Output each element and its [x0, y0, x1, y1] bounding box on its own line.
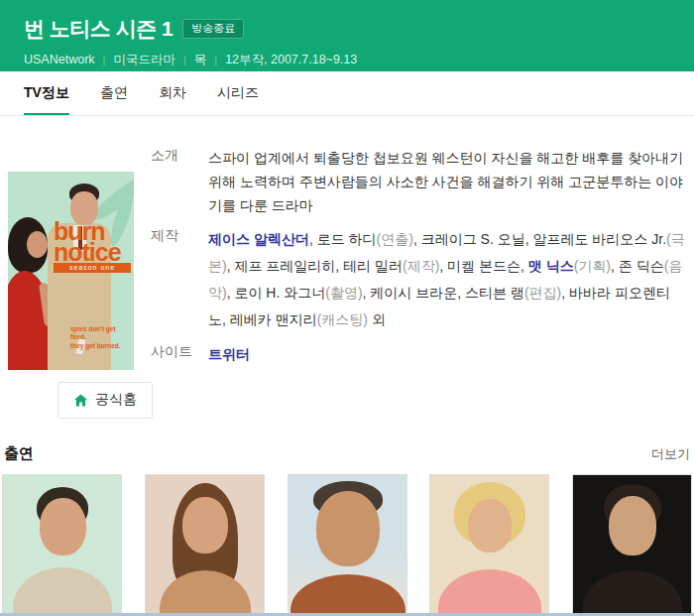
production-text-segment: , 케이시 브라운, 스티븐 랭 [363, 285, 524, 301]
poster-season-label: season one [54, 263, 131, 273]
production-text-segment: , 로이 H. 와그너 [227, 285, 326, 301]
headshot-graphic [468, 499, 512, 553]
intro-label: 소개 [151, 146, 208, 217]
intro-row: 소개 스파이 업계에서 퇴출당한 첩보요원 웨스턴이 자신을 해고한 배후를 찾… [151, 146, 686, 217]
cast-card: 마이클 웨스턴 역제프리 도노반 [2, 474, 122, 616]
show-header: 번 노티스 시즌 1 방송종료 USANetwork|미국드라마|목|12부작,… [0, 0, 694, 71]
production-text: 제이스 알렉산더, 로드 하디(연출), 크레이그 S. 오닐, 알프레도 바리… [208, 226, 686, 333]
cast-photo[interactable] [288, 474, 407, 614]
tab-episodes[interactable]: 회차 [159, 71, 186, 115]
tab-cast[interactable]: 출연 [100, 71, 128, 115]
twitter-link[interactable]: 트위터 [208, 346, 250, 362]
meta-divider: | [183, 54, 186, 65]
headshot-graphic [583, 570, 682, 614]
headshot-graphic [316, 491, 380, 566]
production-label: 제작 [151, 226, 208, 333]
headshot-graphic [40, 498, 86, 555]
cast-card: 네이트 역세스 피터슨 [572, 474, 692, 616]
meta-network: USANetwork [24, 53, 95, 66]
production-text-segment: , 존 딕슨 [611, 258, 664, 274]
cast-photo[interactable] [145, 474, 265, 614]
cast-photo[interactable] [429, 474, 549, 614]
meta-divider: | [214, 54, 217, 65]
production-person-link[interactable]: 맷 닉스 [528, 258, 574, 274]
site-label: 사이트 [151, 342, 208, 366]
meta-episodes-dates: 12부작, 2007.7.18~9.13 [225, 53, 357, 66]
intro-text: 스파이 업계에서 퇴출당한 첩보요원 웨스턴이 자신을 해고한 배후를 찾아내기… [208, 146, 686, 217]
headshot-graphic [13, 567, 112, 614]
meta-day: 목 [194, 53, 207, 66]
show-meta: USANetwork|미국드라마|목|12부작, 2007.7.18~9.13 [24, 52, 694, 68]
page-title: 번 노티스 시즌 1 [24, 15, 173, 43]
production-text-segment: (촬영) [325, 285, 362, 301]
production-text-segment: (기획) [574, 258, 611, 274]
tab-series[interactable]: 시리즈 [217, 71, 259, 115]
poster-tagline: spies don't get fired,they get burned. [70, 325, 130, 350]
site-row: 사이트 트위터 [151, 342, 686, 366]
official-home-button[interactable]: 공식홈 [58, 382, 153, 419]
tab-tv-info[interactable]: TV정보 [24, 71, 69, 115]
cast-section: 출연 더보기 마이클 웨스턴 역제프리 도노반피오나 글래넌 역가브리엘 앤워샘… [0, 444, 694, 616]
cast-card: 마들린 웨스턴 역샤론 글레스 [429, 474, 549, 616]
cast-grid: 마이클 웨스턴 역제프리 도노반피오나 글래넌 역가브리엘 앤워샘 엑스 역브루… [2, 474, 692, 616]
production-text-segment: , 미켈 본드슨, [439, 258, 527, 274]
production-text-segment: 외 [368, 311, 386, 327]
cast-heading: 출연 [4, 444, 34, 463]
cast-photo[interactable] [572, 474, 692, 614]
tv-info-section: burnnotice season one spies don't get fi… [0, 146, 694, 431]
headshot-graphic [609, 496, 656, 555]
production-text-segment: (편집) [524, 285, 561, 301]
more-link[interactable]: 더보기 [651, 445, 690, 463]
cast-card: 피오나 글래넌 역가브리엘 앤워 [145, 474, 265, 616]
headshot-graphic [160, 570, 251, 614]
meta-genre: 미국드라마 [113, 53, 175, 66]
production-text-segment: , 크레이그 S. 오닐, 알프레도 바리오스 Jr. [413, 231, 666, 247]
production-text-segment: , 제프 프레일리히, 테리 밀러 [227, 258, 403, 274]
poster-woman-figure [27, 231, 48, 258]
poster-image[interactable]: burnnotice season one spies don't get fi… [8, 172, 134, 370]
meta-divider: | [103, 54, 106, 65]
cast-card: 샘 엑스 역브루스 캠벨 [288, 474, 407, 616]
production-text-segment: (제작) [403, 258, 439, 274]
tab-bar: TV정보 출연 회차 시리즈 [0, 71, 694, 116]
production-text-segment: (연출) [377, 231, 413, 247]
status-badge: 방송종료 [182, 19, 244, 39]
headshot-graphic [182, 497, 228, 554]
poster-title: burnnotice [54, 221, 131, 262]
home-icon [73, 393, 88, 408]
headshot-graphic [438, 569, 541, 614]
official-home-label: 공식홈 [95, 391, 137, 409]
cast-photo[interactable] [2, 474, 122, 614]
production-text-segment: , 로드 하디 [309, 231, 377, 247]
production-text-segment: (캐스팅) [317, 311, 368, 327]
headshot-graphic [290, 574, 405, 614]
production-row: 제작 제이스 알렉산더, 로드 하디(연출), 크레이그 S. 오닐, 알프레도… [151, 226, 686, 333]
production-person-link[interactable]: 제이스 알렉산더 [208, 231, 309, 247]
